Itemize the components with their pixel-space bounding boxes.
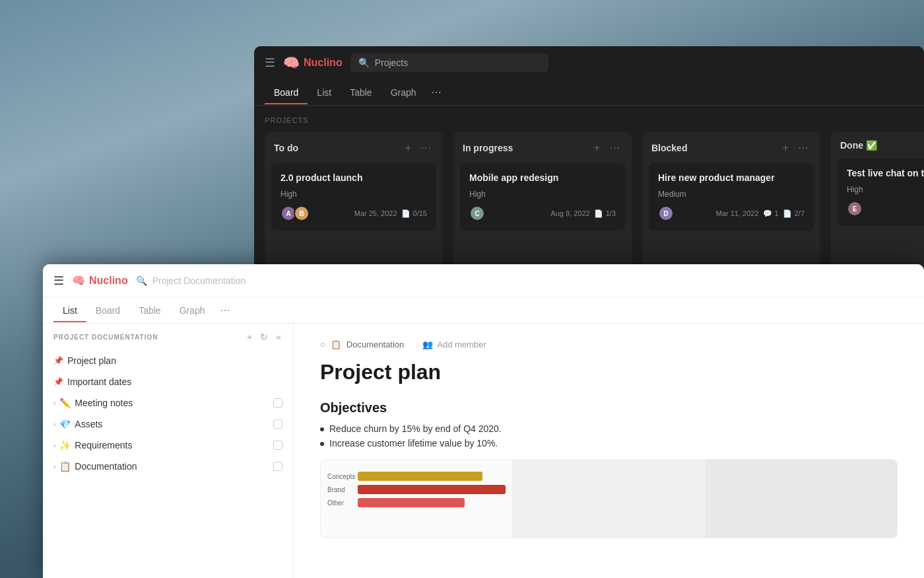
chart-col-3	[706, 460, 897, 538]
breadcrumb: ○ 📋 Documentation 👥 Add member	[320, 340, 898, 349]
sidebar-item-documentation[interactable]: › 📋 Documentation	[43, 456, 293, 477]
card-title: Mobile app redesign	[469, 172, 616, 183]
card-priority: High	[847, 185, 924, 194]
column-todo-more[interactable]: ⋯	[418, 140, 434, 155]
card-footer: A B Mar 25, 2022 📄 0/15	[280, 205, 427, 221]
avatar: B	[294, 205, 310, 221]
doc-search[interactable]: 🔍 Project Documentation	[136, 275, 913, 286]
card-mobile-redesign[interactable]: Mobile app redesign High C Aug 9, 2022 📄…	[460, 163, 625, 231]
card-hire-pm[interactable]: Hire new product manager Medium D Mar 11…	[649, 163, 814, 231]
sidebar-add-button[interactable]: +	[246, 330, 253, 343]
file-icon: 📄	[594, 209, 603, 218]
sidebar-item-meeting-notes[interactable]: › ✏️ Meeting notes	[43, 392, 293, 414]
card-files: 📄 0/15	[401, 209, 427, 218]
column-todo-add[interactable]: +	[403, 141, 414, 155]
documentation-icon: 📋	[59, 461, 71, 472]
sidebar-checkbox[interactable]	[273, 462, 282, 471]
sidebar-section-title: PROJECT DOCUMENTATION	[53, 334, 240, 341]
nuclino-logo-bottom: 🧠 Nuclino	[72, 274, 128, 287]
column-blocked-header: Blocked + ⋯	[642, 132, 820, 163]
bullet-dot	[320, 427, 324, 431]
card-priority: High	[469, 190, 616, 199]
sidebar-checkbox[interactable]	[273, 419, 282, 429]
brain-icon-bottom: 🧠	[72, 274, 85, 287]
circle-icon: ○	[320, 340, 325, 349]
bar-row-concepts: Concepts	[327, 472, 506, 481]
avatar: C	[469, 205, 485, 221]
bar-other	[358, 498, 465, 507]
tab-graph-top[interactable]: Graph	[381, 81, 426, 104]
card-avatars: D	[658, 205, 674, 221]
assets-icon: 💎	[59, 419, 71, 429]
projects-tabs: Board List Table Graph ⋯	[254, 79, 924, 106]
bar-brand	[358, 485, 506, 494]
sidebar-item-requirements[interactable]: › ✨ Requirements	[43, 435, 293, 456]
column-blocked-add[interactable]: +	[780, 141, 791, 155]
bullet-1: Reduce churn by 15% by end of Q4 2020.	[320, 423, 898, 434]
chevron-right-icon: ›	[53, 463, 55, 470]
breadcrumb-text: Documentation	[346, 340, 404, 349]
sidebar-group-label: Meeting notes	[75, 398, 273, 408]
tab-graph-bottom[interactable]: Graph	[170, 299, 214, 322]
menu-icon-bottom[interactable]: ☰	[53, 273, 64, 288]
column-inprogress-title: In progress	[463, 143, 587, 153]
card-title: Hire new product manager	[658, 172, 805, 183]
documentation-window: ☰ 🧠 Nuclino 🔍 Project Documentation List…	[43, 264, 924, 578]
column-done-header: Done ✅	[831, 132, 924, 159]
tab-board-top[interactable]: Board	[265, 81, 308, 104]
tab-board-bottom[interactable]: Board	[86, 299, 129, 322]
sidebar-checkbox[interactable]	[273, 398, 282, 408]
projects-search[interactable]: 🔍 Projects	[350, 54, 548, 72]
card-avatars: A B	[280, 205, 310, 221]
tab-list-top[interactable]: List	[308, 81, 341, 104]
sidebar-group-label: Requirements	[75, 440, 273, 451]
tabs-more-bottom[interactable]: ⋯	[214, 297, 236, 323]
search-icon-bottom: 🔍	[136, 275, 147, 286]
sidebar-item-project-plan[interactable]: 📌 Project plan	[43, 350, 293, 371]
sidebar-item-important-dates[interactable]: 📌 Important dates	[43, 371, 293, 392]
tab-table-top[interactable]: Table	[341, 81, 381, 104]
tabs-more-top[interactable]: ⋯	[426, 79, 447, 105]
sidebar-item-assets[interactable]: › 💎 Assets	[43, 414, 293, 435]
sidebar-checkbox[interactable]	[273, 441, 282, 450]
documentation-header: ☰ 🧠 Nuclino 🔍 Project Documentation	[43, 264, 924, 297]
card-priority: Medium	[658, 190, 805, 199]
column-blocked-more[interactable]: ⋯	[795, 140, 811, 155]
nuclino-logo-top: 🧠 Nuclino	[283, 55, 343, 71]
bar-chart: Concepts Brand Other	[327, 466, 506, 507]
bar-label: Concepts	[327, 473, 354, 480]
doc-icon: 📋	[331, 340, 341, 349]
comment-icon: 💬	[763, 209, 772, 218]
doc-section-objectives: Objectives	[320, 400, 898, 415]
sidebar-item-label: Important dates	[67, 377, 282, 387]
column-blocked-title: Blocked	[651, 143, 776, 153]
add-member-button[interactable]: 👥 Add member	[422, 340, 486, 349]
column-inprogress-add[interactable]: +	[591, 141, 603, 155]
projects-label: PROJECTS	[265, 116, 913, 124]
pin-icon: 📌	[53, 377, 63, 386]
doc-content: ○ 📋 Documentation 👥 Add member Project p…	[294, 324, 924, 578]
sidebar-refresh-button[interactable]: ↻	[259, 330, 269, 343]
card-files: 📄 1/3	[594, 209, 616, 218]
tab-table-bottom[interactable]: Table	[129, 299, 170, 322]
card-live-chat[interactable]: Test live chat on the w... High E Mar 3,…	[838, 159, 924, 226]
sidebar-collapse-button[interactable]: «	[275, 330, 282, 343]
file-icon: 📄	[401, 209, 411, 218]
search-icon: 🔍	[358, 57, 370, 68]
brain-icon: 🧠	[283, 55, 300, 71]
column-inprogress-more[interactable]: ⋯	[607, 140, 622, 155]
sidebar: PROJECT DOCUMENTATION + ↻ « 📌 Project pl…	[43, 324, 294, 578]
doc-title: Project plan	[320, 360, 898, 384]
card-avatars: C	[469, 205, 485, 221]
doc-body: PROJECT DOCUMENTATION + ↻ « 📌 Project pl…	[43, 324, 924, 578]
meeting-notes-icon: ✏️	[59, 398, 71, 408]
menu-icon[interactable]: ☰	[265, 55, 275, 70]
add-member-icon: 👥	[422, 340, 433, 349]
bar-label: Other	[327, 499, 354, 507]
tab-list-bottom[interactable]: List	[53, 299, 86, 322]
column-done-title: Done ✅	[840, 140, 924, 151]
card-comments: 💬 1	[763, 209, 779, 218]
chevron-right-icon: ›	[53, 400, 55, 407]
card-product-launch[interactable]: 2.0 product launch High A B Mar 25, 2022…	[271, 163, 436, 231]
bar-label: Brand	[327, 486, 354, 493]
